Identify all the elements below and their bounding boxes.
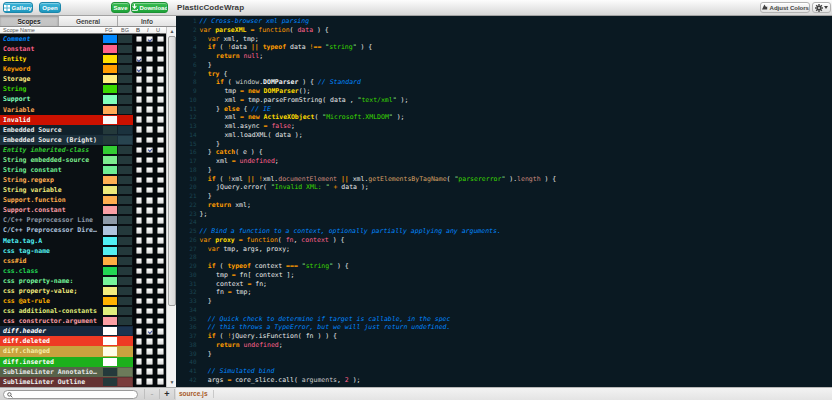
fg-color-swatch[interactable] [103,85,117,93]
fg-color-swatch[interactable] [103,327,117,335]
bg-color-swatch[interactable] [118,65,132,73]
underline-checkbox[interactable] [157,258,164,265]
bg-color-swatch[interactable] [118,95,132,103]
bg-color-swatch[interactable] [118,277,132,285]
fg-color-swatch[interactable] [103,337,117,345]
scope-row[interactable]: Constant [0,44,166,54]
scope-row[interactable]: SublimeLinter Outline [0,377,166,387]
fg-color-swatch[interactable] [103,156,117,164]
scope-row-name[interactable]: diff.deleted [0,336,103,346]
bg-color-swatch[interactable] [118,297,132,305]
fg-color-swatch[interactable] [103,136,117,144]
bg-color-swatch[interactable] [118,176,132,184]
sidebar-scrollbar-thumb[interactable] [168,36,176,306]
bold-checkbox[interactable] [136,288,143,295]
fg-color-swatch[interactable] [103,287,117,295]
underline-checkbox[interactable] [157,36,164,43]
bold-checkbox[interactable] [136,126,143,133]
bold-checkbox[interactable] [136,86,143,93]
remove-scope-button[interactable]: - [145,388,159,400]
scope-row[interactable]: String embedded-source [0,155,166,165]
italic-checkbox[interactable] [146,116,153,123]
underline-checkbox[interactable] [157,358,164,365]
scope-row-name[interactable]: Storage [0,74,103,84]
scope-row[interactable]: Meta.tag.A [0,236,166,246]
underline-checkbox[interactable] [157,147,164,154]
scope-row-name[interactable]: String.regexp [0,175,103,185]
scope-row[interactable]: Comment [0,34,166,44]
underline-checkbox[interactable] [157,177,164,184]
underline-checkbox[interactable] [157,278,164,285]
scope-row[interactable]: SublimeLinter Annotatio… [0,367,166,377]
fg-color-swatch[interactable] [103,206,117,214]
scope-row[interactable]: diff.deleted [0,336,166,346]
underline-checkbox[interactable] [157,247,164,254]
scope-row-name[interactable]: css constructor.argument [0,316,103,326]
scope-row[interactable]: css.class [0,266,166,276]
underline-checkbox[interactable] [157,328,164,335]
underline-checkbox[interactable] [157,126,164,133]
scope-row-name[interactable]: Keyword [0,64,103,74]
bg-color-swatch[interactable] [118,267,132,275]
fg-color-swatch[interactable] [103,378,117,386]
scope-row-name[interactable]: Entity inherited-class [0,145,103,155]
bg-color-swatch[interactable] [118,226,132,234]
bold-checkbox[interactable] [136,258,143,265]
bold-checkbox[interactable] [136,368,143,375]
scope-row-name[interactable]: Invalid [0,115,103,125]
italic-checkbox[interactable] [146,288,153,295]
underline-checkbox[interactable] [157,338,164,345]
italic-checkbox[interactable] [146,56,153,63]
scope-row-name[interactable]: Entity [0,54,103,64]
bold-checkbox[interactable] [136,237,143,244]
scope-row-name[interactable]: diff.inserted [0,357,103,367]
italic-checkbox[interactable] [146,217,153,224]
italic-checkbox[interactable] [146,368,153,375]
fg-color-swatch[interactable] [103,317,117,325]
italic-checkbox[interactable] [146,318,153,325]
bg-color-swatch[interactable] [118,186,132,194]
fg-color-swatch[interactable] [103,237,117,245]
bold-checkbox[interactable] [136,247,143,254]
fg-color-swatch[interactable] [103,247,117,255]
italic-checkbox[interactable] [146,298,153,305]
bold-checkbox[interactable] [136,207,143,214]
scope-row[interactable]: Storage [0,74,166,84]
italic-checkbox[interactable] [146,157,153,164]
italic-checkbox[interactable] [146,177,153,184]
bg-color-swatch[interactable] [118,45,132,53]
bg-color-swatch[interactable] [118,196,132,204]
italic-checkbox[interactable] [146,76,153,83]
italic-checkbox[interactable] [146,36,153,43]
scope-row-name[interactable]: String [0,84,103,94]
fg-color-swatch[interactable] [103,126,117,134]
scope-row-name[interactable]: SublimeLinter Outline [0,377,103,387]
italic-checkbox[interactable] [146,338,153,345]
bg-color-swatch[interactable] [118,166,132,174]
fg-color-swatch[interactable] [103,95,117,103]
scope-row[interactable]: Support [0,94,166,104]
underline-checkbox[interactable] [157,116,164,123]
bold-checkbox[interactable] [136,298,143,305]
italic-checkbox[interactable] [146,46,153,53]
bg-color-swatch[interactable] [118,287,132,295]
scope-row[interactable]: css tag-name [0,246,166,256]
scope-row[interactable]: C/C++ Preprocessor Dire… [0,225,166,235]
bg-color-swatch[interactable] [118,378,132,386]
underline-checkbox[interactable] [157,368,164,375]
bg-color-swatch[interactable] [118,358,132,366]
bg-color-swatch[interactable] [118,347,132,355]
open-button[interactable]: Open [39,2,61,13]
underline-checkbox[interactable] [157,308,164,315]
bg-color-swatch[interactable] [118,317,132,325]
scope-row[interactable]: Variable [0,105,166,115]
bg-color-swatch[interactable] [118,247,132,255]
scope-row-name[interactable]: Support [0,94,103,104]
bg-color-swatch[interactable] [118,85,132,93]
bold-checkbox[interactable] [136,116,143,123]
scope-row-name[interactable]: css#id [0,256,103,266]
bold-checkbox[interactable] [136,197,143,204]
underline-checkbox[interactable] [157,86,164,93]
bg-color-swatch[interactable] [118,55,132,63]
italic-checkbox[interactable] [146,207,153,214]
